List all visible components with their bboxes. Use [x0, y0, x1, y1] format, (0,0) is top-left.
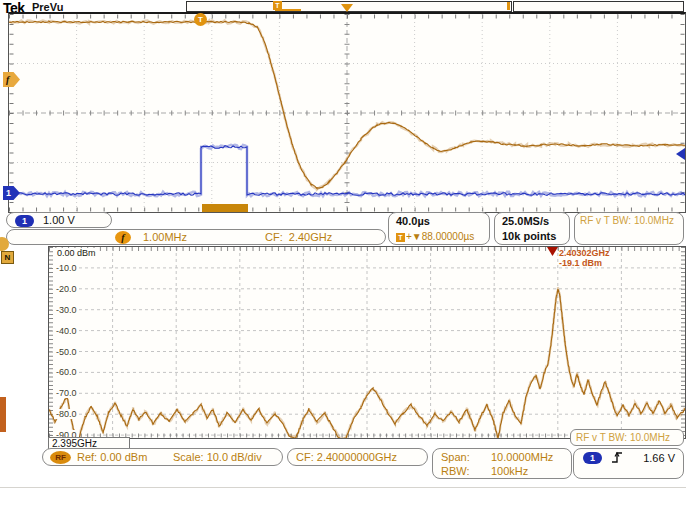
- time-domain-graticule[interactable]: f 1 T: [8, 12, 686, 213]
- trigger-box[interactable]: 1 1.66 V: [573, 448, 684, 479]
- spectrum-y-tick-label: -20.0: [54, 284, 79, 294]
- waveform-svg: [9, 14, 685, 212]
- trigger-t-icon: T: [396, 233, 405, 242]
- trigger-slope-icon: [610, 450, 624, 464]
- rf-vs-time-bw-box-top[interactable]: RF v T BW: 10.0MHz: [574, 212, 684, 245]
- normal-trace-badge[interactable]: N: [1, 251, 14, 264]
- f-trace-badge: f: [115, 231, 131, 244]
- spectrum-graticule[interactable]: 0.00 dBm -10.0-20.0-30.0-40.0-50.0-60.0-…: [48, 246, 686, 439]
- ref-level-label: 0.00 dBm: [55, 248, 98, 258]
- peak-marker-amp: -19.1 dBm: [559, 258, 602, 268]
- oscilloscope-screen: Tek PreVu T f 1 T 1 1.00 V f 1.00MHz CF:…: [0, 0, 686, 514]
- cf-readout: CF: 2.40GHz: [265, 230, 332, 245]
- spectrum-y-tick-label: -40.0: [54, 326, 79, 336]
- spectrum-y-tick-label: -60.0: [54, 367, 79, 377]
- rf-vs-time-bw-box-bottom[interactable]: RF v T BW: 10.0MHz: [570, 429, 684, 446]
- screen-bottom-edge: [0, 487, 686, 488]
- rf-ref-scale-box[interactable]: RF Ref: 0.00 dBm Scale: 10.0 dB/div: [42, 448, 283, 466]
- sample-rate-readout: 25.0MS/s: [502, 214, 549, 229]
- record-view-divider-mark: [507, 2, 510, 10]
- record-view-bar-right[interactable]: [513, 1, 684, 12]
- trigger-level-readout: 1.66 V: [643, 451, 675, 466]
- rf-reference-level-marker: [0, 397, 6, 432]
- f-scale-readout: 1.00MHz: [143, 230, 187, 245]
- trigger-source-badge: 1: [583, 452, 602, 464]
- acquisition-box[interactable]: 25.0MS/s 10k points: [494, 212, 570, 245]
- spectrum-time-bar-mini: [275, 9, 301, 11]
- ch1-badge: 1: [15, 215, 34, 227]
- spectrum-y-tick-label: -50.0: [54, 347, 79, 357]
- spectrum-y-tick-label: -70.0: [54, 388, 79, 398]
- span-label: Span:: [441, 450, 470, 465]
- rf-scale-readout: Scale: 10.0 dB/div: [173, 450, 262, 465]
- rf-trace-handle-icon[interactable]: [0, 237, 9, 251]
- rf-cf-readout: CF: 2.40000000GHz: [296, 450, 397, 465]
- spectrum-y-tick-label: -30.0: [54, 305, 79, 315]
- rf-bw-readout-top: RF v T BW: 10.0MHz: [580, 214, 674, 227]
- rf-cf-box[interactable]: CF: 2.40000000GHz: [287, 448, 428, 466]
- trigger-time-t-marker[interactable]: T: [194, 13, 207, 26]
- rf-badge: RF: [50, 451, 71, 464]
- trigger-delay-readout: T+▼88.00000µs: [396, 230, 474, 243]
- horizontal-scale-box[interactable]: 40.0µs T+▼88.00000µs: [388, 212, 490, 245]
- span-value: 10.0000MHz: [491, 450, 553, 465]
- rf-bw-readout-bottom: RF v T BW: 10.0MHz: [576, 431, 670, 444]
- rbw-value: 100kHz: [491, 464, 528, 479]
- ch1-scale-box[interactable]: 1 1.00 V: [6, 212, 112, 228]
- record-length-readout: 10k points: [502, 229, 556, 244]
- time-per-div-readout: 40.0µs: [396, 214, 430, 229]
- ch1-scale-readout: 1.00 V: [43, 213, 75, 228]
- rf-frequency-scale-box[interactable]: f 1.00MHz CF: 2.40GHz: [6, 229, 386, 245]
- spectrum-y-tick-label: -10.0: [54, 263, 79, 273]
- span-rbw-box[interactable]: Span: 10.0000MHz RBW: 100kHz: [432, 448, 572, 479]
- peak-marker-freq: 2.40302GHz: [559, 248, 610, 258]
- rbw-label: RBW:: [441, 464, 470, 479]
- spectrum-y-tick-label: -80.0: [54, 409, 79, 419]
- rf-ref-readout: Ref: 0.00 dBm: [77, 450, 147, 465]
- spectrum-svg: [49, 247, 685, 438]
